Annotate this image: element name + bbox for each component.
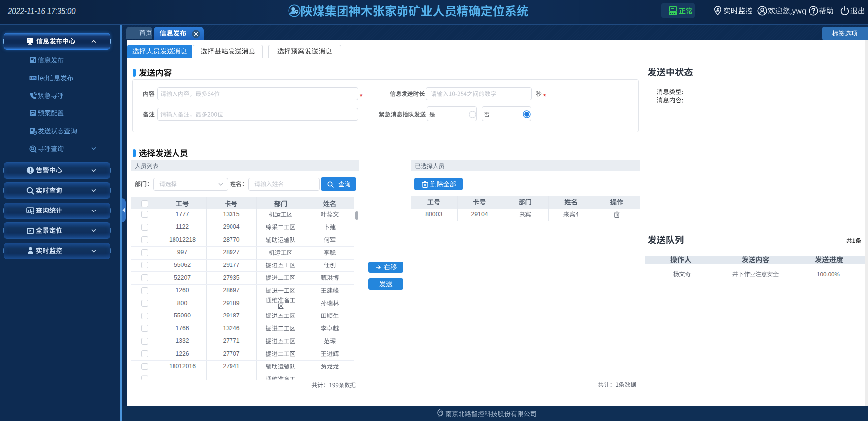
svg-text:LED: LED	[30, 77, 36, 80]
